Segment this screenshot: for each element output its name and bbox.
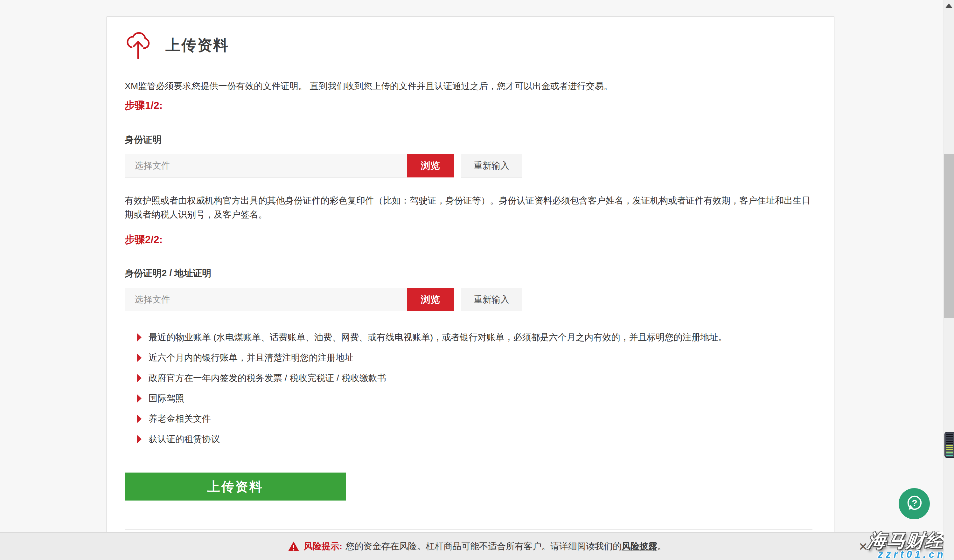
- file-placeholder-1: 选择文件: [125, 154, 407, 177]
- side-widget[interactable]: [945, 432, 954, 458]
- list-item: 最近的物业账单 (水电煤账单、话费账单、油费、网费、或有线电视账单)，或者银行对…: [137, 331, 727, 344]
- red-arrow-bullet-icon: [137, 394, 142, 403]
- close-icon[interactable]: ×: [859, 539, 867, 554]
- red-arrow-bullet-icon: [137, 435, 142, 443]
- warning-triangle-icon: [288, 541, 299, 551]
- risk-warning-bar: 风险提示: 您的资金存在风险。杠杆商品可能不适合所有客户。请详细阅读我们的 风险…: [0, 532, 954, 560]
- address-proof-label: 身份证明2 / 地址证明: [125, 267, 211, 280]
- scrollbar-up-arrow-icon[interactable]: [945, 3, 953, 8]
- list-item-text: 获认证的租赁协议: [148, 433, 220, 445]
- step-1-label: 步骤1/2:: [125, 99, 162, 113]
- red-arrow-bullet-icon: [137, 353, 142, 362]
- scrollbar-thumb[interactable]: [944, 154, 954, 318]
- accepted-documents-list: 最近的物业账单 (水电煤账单、话费账单、油费、网费、或有线电视账单)，或者银行对…: [137, 331, 727, 453]
- list-item: 国际驾照: [137, 392, 727, 404]
- risk-warning-label: 风险提示:: [304, 540, 342, 552]
- identity-proof-label: 身份证明: [125, 134, 162, 146]
- scrollbar-track[interactable]: [943, 0, 954, 560]
- browse-button-1[interactable]: 浏览: [407, 154, 454, 177]
- chat-support-button[interactable]: ?: [899, 488, 930, 519]
- list-item: 近六个月内的银行账单，并且清楚注明您的注册地址: [137, 352, 727, 364]
- list-item: 政府官方在一年内签发的税务发票 / 税收完税证 / 税收缴款书: [137, 372, 727, 384]
- page-header: 上传资料: [125, 29, 229, 62]
- risk-warning-text: 您的资金存在风险。杠杆商品可能不适合所有客户。请详细阅读我们的: [346, 540, 622, 552]
- file-upload-row-2: 选择文件 浏览 重新输入: [125, 288, 522, 311]
- list-item: 养老金相关文件: [137, 413, 727, 425]
- chat-question-icon: ?: [905, 495, 923, 513]
- red-arrow-bullet-icon: [137, 374, 142, 383]
- red-arrow-bullet-icon: [137, 333, 142, 342]
- file-placeholder-2: 选择文件: [125, 288, 407, 311]
- list-item-text: 近六个月内的银行账单，并且清楚注明您的注册地址: [148, 352, 354, 364]
- list-item-text: 养老金相关文件: [148, 413, 211, 425]
- svg-text:?: ?: [912, 498, 917, 508]
- cloud-upload-icon: [125, 29, 153, 62]
- file-upload-row-1: 选择文件 浏览 重新输入: [125, 154, 522, 177]
- file-input-2[interactable]: 选择文件 浏览: [125, 288, 454, 311]
- browse-button-2[interactable]: 浏览: [407, 288, 454, 311]
- intro-text: XM监管必须要求您提供一份有效的文件证明。 直到我们收到您上传的文件并且认证通过…: [125, 80, 815, 92]
- side-widget-stripes: [946, 434, 953, 444]
- upload-submit-button[interactable]: 上传资料: [125, 473, 346, 501]
- step-2-label: 步骤2/2:: [125, 233, 162, 247]
- reset-button-2[interactable]: 重新输入: [461, 288, 522, 311]
- list-item-text: 国际驾照: [148, 392, 184, 404]
- page-title: 上传资料: [165, 35, 229, 55]
- list-item: 获认证的租赁协议: [137, 433, 727, 445]
- red-arrow-bullet-icon: [137, 414, 142, 423]
- upload-form-card: 上传资料 XM监管必须要求您提供一份有效的文件证明。 直到我们收到您上传的文件并…: [106, 17, 834, 544]
- list-item-text: 政府官方在一年内签发的税务发票 / 税收完税证 / 税收缴款书: [148, 372, 386, 384]
- file-input-1[interactable]: 选择文件 浏览: [125, 154, 454, 177]
- list-item-text: 最近的物业账单 (水电煤账单、话费账单、油费、网费、或有线电视账单)，或者银行对…: [148, 331, 727, 344]
- side-widget-stripes: [946, 453, 953, 456]
- section-divider: [125, 529, 812, 529]
- side-widget-stripes: [946, 445, 953, 453]
- risk-disclosure-link[interactable]: 风险披露: [622, 540, 657, 552]
- risk-warning-suffix: 。: [657, 540, 666, 552]
- reset-button-1[interactable]: 重新输入: [461, 154, 522, 177]
- identity-proof-description: 有效护照或者由权威机构官方出具的其他身份证件的彩色复印件（比如：驾驶证，身份证等…: [125, 194, 814, 222]
